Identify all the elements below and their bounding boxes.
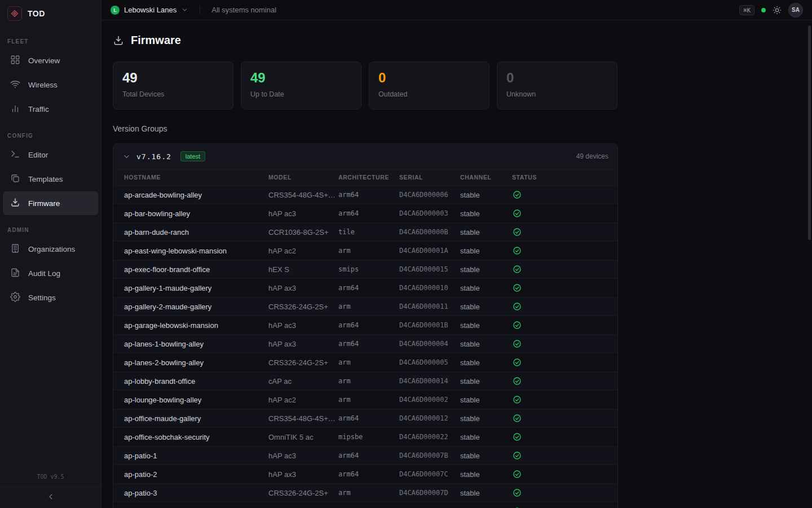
topbar: L Lebowski Lanes All systems nominal ⌘K … — [102, 0, 812, 20]
table-row[interactable]: ap-patio-2 hAP ax3 arm64 D4CA6D00007C st… — [113, 465, 617, 483]
chevron-down-icon — [181, 6, 188, 14]
table-row[interactable]: ap-patio-3 CRS326-24G-2S+ arm D4CA6D0000… — [113, 483, 617, 502]
serial-cell: D4CA6D000002 — [399, 396, 460, 404]
copy-icon — [10, 173, 20, 185]
status-cell — [512, 265, 617, 274]
latest-badge: latest — [180, 151, 205, 161]
hostname-cell: ap-gallery-2-maude-gallery — [124, 303, 268, 311]
stat-card-total-devices: 49 Total Devices — [113, 62, 233, 110]
sidebar-item-label: Organizations — [28, 245, 75, 253]
terminal-icon — [10, 149, 20, 161]
wifi-icon — [10, 79, 20, 91]
sidebar-item-label: Editor — [28, 151, 48, 159]
sidebar-item-organizations[interactable]: Organizations — [3, 237, 98, 261]
check-circle-icon — [513, 414, 522, 423]
table-row[interactable]: ap-office-sobchak-security OmniTIK 5 ac … — [113, 427, 617, 446]
table-row[interactable]: ap-office-maude-gallery CRS354-48G-4S+… … — [113, 409, 617, 427]
user-avatar[interactable]: SA — [788, 3, 803, 17]
column-header-status: STATUS — [512, 174, 617, 181]
model-cell: cAP ac — [268, 377, 338, 386]
device-table-body: ap-arcade-bowling-alley CRS354-48G-4S+… … — [113, 185, 617, 508]
org-selector[interactable]: L Lebowski Lanes — [111, 6, 188, 15]
main-area: L Lebowski Lanes All systems nominal ⌘K … — [102, 0, 812, 508]
hostname-cell: ap-lanes-1-bowling-alley — [124, 340, 268, 348]
channel-cell: stable — [460, 377, 512, 386]
hostname-cell: ap-patio-2 — [124, 470, 268, 479]
architecture-cell: tile — [338, 228, 399, 236]
model-cell: CRS354-48G-4S+… — [268, 191, 338, 199]
sidebar-item-editor[interactable]: Editor — [3, 143, 98, 167]
topbar-divider — [200, 6, 200, 15]
sidebar-item-traffic[interactable]: Traffic — [3, 97, 98, 121]
sidebar-section-fleet: FLEET Overview Wireless Traffic — [0, 34, 101, 121]
status-cell — [512, 432, 617, 441]
check-circle-icon — [513, 488, 522, 497]
sidebar-item-templates[interactable]: Templates — [3, 167, 98, 191]
table-row[interactable]: ap-barn-dude-ranch CCR1036-8G-2S+ tile D… — [113, 222, 617, 241]
channel-cell: stable — [460, 396, 512, 404]
version-group-panel: v7.16.2 latest 49 devices HOSTNAME MODEL… — [113, 143, 618, 508]
check-circle-icon — [513, 432, 522, 441]
hostname-cell: ap-office-sobchak-security — [124, 433, 268, 441]
table-row[interactable]: ap-gallery-2-maude-gallery CRS326-24G-2S… — [113, 297, 617, 316]
chevron-down-icon[interactable] — [122, 152, 131, 161]
channel-cell: stable — [460, 433, 512, 441]
status-cell — [512, 209, 617, 218]
table-row[interactable]: ap-gallery-1-maude-gallery hAP ax3 arm64… — [113, 278, 617, 297]
table-row[interactable]: ap-patio-4 CRS354-48G-4S+… arm64 D4CA6D0… — [113, 502, 617, 508]
hostname-cell: ap-patio-1 — [124, 452, 268, 460]
status-cell — [512, 339, 617, 348]
sidebar-collapse-button[interactable] — [0, 487, 101, 508]
status-cell — [512, 358, 617, 367]
sidebar-item-wireless[interactable]: Wireless — [3, 73, 98, 97]
table-row[interactable]: ap-east-wing-lebowski-mansion hAP ac2 ar… — [113, 241, 617, 260]
table-row[interactable]: ap-arcade-bowling-alley CRS354-48G-4S+… … — [113, 185, 617, 204]
column-header-channel: CHANNEL — [460, 174, 512, 181]
status-cell — [512, 395, 617, 404]
device-table-header: HOSTNAME MODEL ARCHITECTURE SERIAL CHANN… — [113, 169, 617, 185]
table-row[interactable]: ap-lounge-bowling-alley hAP ac2 arm D4CA… — [113, 390, 617, 409]
building-icon — [10, 243, 20, 255]
model-cell: CRS326-24G-2S+ — [268, 303, 338, 311]
model-cell: hAP ax3 — [268, 340, 338, 348]
section-label-admin: ADMIN — [0, 222, 101, 237]
status-cell — [512, 246, 617, 255]
sidebar-item-settings[interactable]: Settings — [3, 286, 98, 309]
version-group-header[interactable]: v7.16.2 latest 49 devices — [113, 144, 617, 169]
architecture-cell: arm64 — [338, 321, 399, 329]
download-icon — [10, 198, 20, 209]
architecture-cell: arm64 — [338, 340, 399, 348]
table-row[interactable]: ap-patio-1 hAP ac3 arm64 D4CA6D00007B st… — [113, 446, 617, 465]
architecture-cell: arm64 — [338, 209, 399, 217]
app-name: TOD — [28, 9, 45, 18]
section-label-fleet: FLEET — [0, 34, 101, 48]
architecture-cell: arm — [338, 489, 399, 497]
table-row[interactable]: ap-bar-bowling-alley hAP ac3 arm64 D4CA6… — [113, 204, 617, 222]
check-circle-icon — [513, 451, 522, 460]
table-row[interactable]: ap-lobby-brandt-office cAP ac arm D4CA6D… — [113, 371, 617, 390]
hostname-cell: ap-lounge-bowling-alley — [124, 396, 268, 404]
firmware-version: v7.16.2 — [136, 152, 171, 161]
model-cell: hAP ax3 — [268, 470, 338, 479]
theme-toggle-sun-icon[interactable] — [773, 6, 782, 15]
table-row[interactable]: ap-exec-floor-brandt-office hEX S smips … — [113, 260, 617, 278]
sidebar-item-firmware[interactable]: Firmware — [3, 191, 98, 215]
download-icon — [113, 35, 124, 46]
page-title: Firmware — [131, 34, 181, 47]
sidebar-item-label: Overview — [28, 56, 60, 65]
table-row[interactable]: ap-garage-lebowski-mansion hAP ac3 arm64… — [113, 316, 617, 334]
table-row[interactable]: ap-lanes-1-bowling-alley hAP ax3 arm64 D… — [113, 334, 617, 353]
architecture-cell: arm64 — [338, 452, 399, 459]
sidebar-item-label: Traffic — [28, 105, 49, 113]
hostname-cell: ap-lobby-brandt-office — [124, 377, 268, 386]
table-row[interactable]: ap-lanes-2-bowling-alley CRS326-24G-2S+ … — [113, 353, 617, 371]
status-cell — [512, 470, 617, 479]
vertical-scrollbar[interactable] — [808, 25, 811, 240]
hostname-cell: ap-lanes-2-bowling-alley — [124, 358, 268, 367]
app-logo: TOD — [0, 0, 101, 27]
command-palette-shortcut[interactable]: ⌘K — [739, 5, 754, 15]
sidebar-item-overview[interactable]: Overview — [3, 49, 98, 72]
sidebar-item-audit-log[interactable]: Audit Log — [3, 261, 98, 285]
check-circle-icon — [513, 246, 522, 255]
architecture-cell: mipsbe — [338, 433, 399, 441]
